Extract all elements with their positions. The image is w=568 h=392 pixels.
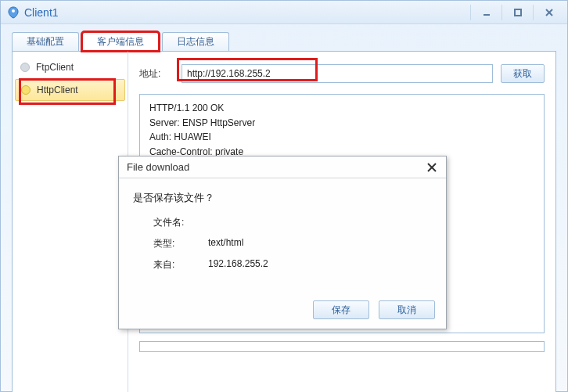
tab-log-info[interactable]: 日志信息 — [162, 32, 229, 51]
row-key: 文件名: — [153, 216, 208, 229]
app-window: Client1 基础配置 客户端信息 日志信息 FtpClient HttpCl… — [0, 0, 568, 392]
tab-basic-config[interactable]: 基础配置 — [12, 32, 79, 51]
address-value: http://192.168.255.2 — [187, 68, 271, 79]
close-button[interactable] — [533, 5, 564, 20]
row-value: text/html — [208, 237, 243, 250]
dialog-row-filename: 文件名: — [133, 216, 432, 229]
aux-box — [139, 341, 545, 352]
tab-client-info[interactable]: 客户端信息 — [82, 32, 159, 51]
window-title: Client1 — [24, 6, 59, 19]
svg-point-0 — [12, 9, 15, 13]
fetch-button-label: 获取 — [513, 67, 532, 81]
minimize-button[interactable] — [470, 5, 501, 20]
sidebar-item-httpclient[interactable]: HttpClient — [15, 79, 125, 101]
tab-label: 客户端信息 — [97, 35, 144, 49]
sidebar: FtpClient HttpClient — [13, 52, 128, 392]
dialog-title: File download — [127, 161, 189, 173]
sidebar-item-ftpclient[interactable]: FtpClient — [13, 56, 128, 78]
fetch-button[interactable]: 获取 — [501, 64, 545, 83]
dialog-row-from: 来自:192.168.255.2 — [133, 258, 432, 272]
sidebar-item-label: HttpClient — [37, 85, 78, 95]
tab-label: 日志信息 — [177, 35, 214, 49]
address-label: 地址: — [139, 67, 174, 81]
svg-rect-2 — [515, 9, 521, 16]
dialog-row-type: 类型:text/html — [133, 237, 432, 250]
tab-strip: 基础配置 客户端信息 日志信息 — [1, 24, 567, 51]
button-label: 保存 — [332, 304, 351, 317]
title-bar: Client1 — [1, 1, 567, 24]
status-dot-icon — [20, 63, 30, 72]
cancel-button[interactable]: 取消 — [379, 300, 435, 319]
row-value: 192.168.255.2 — [208, 258, 268, 272]
dialog-body: 是否保存该文件？ 文件名: 类型:text/html 来自:192.168.25… — [119, 178, 446, 294]
address-input[interactable]: http://192.168.255.2 — [182, 64, 493, 83]
dialog-prompt: 是否保存该文件？ — [133, 191, 432, 205]
address-row: 地址: http://192.168.255.2 获取 — [139, 64, 545, 83]
app-icon — [7, 6, 20, 19]
button-label: 取消 — [397, 304, 416, 317]
file-download-dialog: File download 是否保存该文件？ 文件名: 类型:text/html… — [118, 156, 447, 329]
row-key: 来自: — [153, 258, 208, 272]
dialog-footer: 保存 取消 — [119, 294, 446, 329]
maximize-button[interactable] — [501, 5, 533, 20]
save-button[interactable]: 保存 — [313, 300, 369, 319]
status-dot-icon — [21, 85, 31, 95]
sidebar-item-label: FtpClient — [36, 62, 74, 73]
dialog-close-button[interactable] — [424, 160, 440, 175]
dialog-title-bar: File download — [119, 156, 446, 178]
tab-label: 基础配置 — [27, 35, 64, 49]
row-key: 类型: — [153, 237, 208, 250]
